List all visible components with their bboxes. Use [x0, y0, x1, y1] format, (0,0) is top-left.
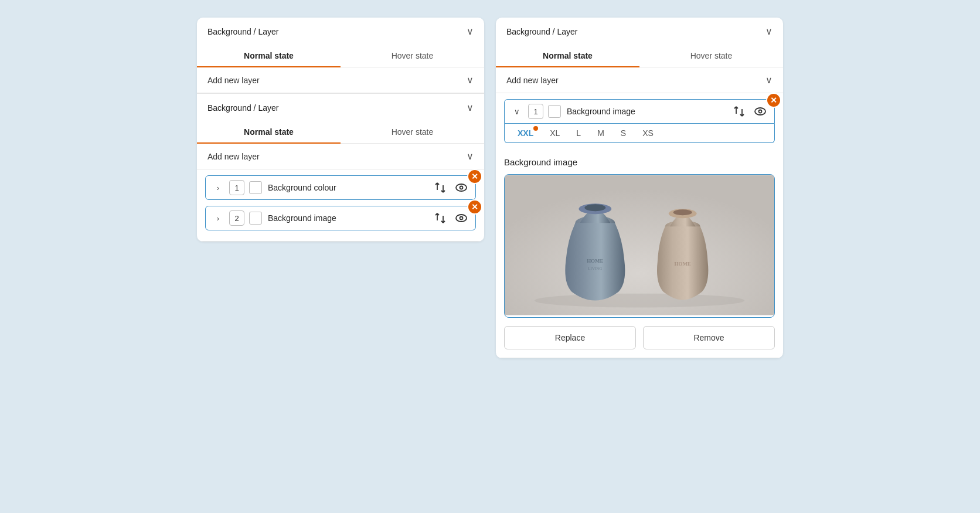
right-section-chevron-icon: ∨	[765, 26, 773, 37]
right-layer-color-swatch[interactable]	[548, 105, 561, 118]
section2-add-layer-chevron: ∨	[467, 151, 474, 162]
right-section-title: Background / Layer	[506, 27, 577, 36]
section2-add-layer[interactable]: Add new layer ∨	[197, 144, 484, 169]
layer1-label: Background colour	[268, 183, 432, 192]
right-add-layer-chevron: ∨	[765, 74, 773, 86]
layer1-swap-icon[interactable]	[432, 179, 448, 196]
right-section-header[interactable]: Background / Layer ∨	[496, 18, 783, 45]
bg-image-title: Background image	[504, 157, 775, 167]
left-section-2: Background / Layer ∨ Normal state Hover …	[197, 94, 484, 242]
section2-tabs: Normal state Hover state	[197, 121, 484, 144]
layer2-eye-icon[interactable]	[453, 210, 469, 226]
section1-tab-normal[interactable]: Normal state	[197, 45, 341, 67]
section1-title: Background / Layer	[207, 27, 278, 36]
size-tab-xs[interactable]: XS	[634, 124, 662, 142]
svg-point-15	[673, 209, 692, 215]
right-add-layer[interactable]: Add new layer ∨	[496, 67, 783, 93]
left-section-1: Background / Layer ∨ Normal state Hover …	[197, 18, 484, 94]
right-layer-icons	[731, 103, 768, 120]
section1-add-layer[interactable]: Add new layer ∨	[197, 67, 484, 93]
svg-point-1	[460, 186, 463, 189]
svg-point-10	[584, 204, 605, 211]
right-layer-chevron[interactable]: ∨	[511, 105, 523, 118]
layer2-close-button[interactable]: ✕	[467, 199, 482, 215]
section2-chevron-icon: ∨	[467, 102, 474, 113]
layer-row-1: › 1 Background colour ✕	[205, 175, 476, 200]
svg-text:HOME: HOME	[675, 261, 691, 267]
layer1-color-swatch[interactable]	[249, 181, 262, 194]
size-tab-dot	[533, 126, 538, 131]
layer2-chevron[interactable]: ›	[212, 212, 224, 225]
right-add-layer-label: Add new layer	[506, 76, 559, 85]
bg-image-container: HOME LIVING HOME	[504, 174, 775, 318]
right-tab-hover[interactable]: Hover state	[639, 45, 783, 67]
section1-add-layer-chevron: ∨	[467, 74, 474, 86]
replace-button[interactable]: Replace	[504, 326, 636, 349]
left-panel: Background / Layer ∨ Normal state Hover …	[197, 18, 484, 242]
layer2-icons	[432, 210, 469, 226]
section1-tabs: Normal state Hover state	[197, 45, 484, 67]
right-layer-row: ∨ 1 Background image ✕	[504, 99, 775, 124]
layer2-num: 2	[229, 210, 244, 226]
section1-add-layer-label: Add new layer	[207, 76, 260, 85]
right-section-tabs: Normal state Hover state	[496, 45, 783, 67]
right-tab-normal[interactable]: Normal state	[496, 45, 639, 67]
bg-image-section: Background image	[496, 149, 783, 358]
action-buttons: Replace Remove	[504, 326, 775, 349]
layer1-close-button[interactable]: ✕	[467, 169, 482, 184]
section2-title: Background / Layer	[207, 103, 278, 113]
section1-header[interactable]: Background / Layer ∨	[197, 18, 484, 45]
layer2-label: Background image	[268, 213, 432, 223]
layer1-num: 1	[229, 180, 244, 195]
svg-point-3	[460, 217, 463, 220]
svg-point-7	[535, 294, 744, 308]
size-tab-m[interactable]: M	[589, 124, 612, 142]
svg-point-5	[759, 110, 762, 113]
size-tab-l[interactable]: L	[568, 124, 589, 142]
section2-tab-normal[interactable]: Normal state	[197, 121, 341, 144]
right-layer-close-button[interactable]: ✕	[766, 93, 781, 108]
layer1-chevron[interactable]: ›	[212, 181, 224, 194]
layer-row-2: › 2 Background image ✕	[205, 206, 476, 230]
svg-text:LIVING: LIVING	[588, 266, 602, 271]
layer1-eye-icon[interactable]	[453, 179, 469, 196]
size-tab-xxl[interactable]: XXL	[509, 124, 542, 142]
right-layer-num: 1	[528, 104, 543, 119]
size-tab-s[interactable]: S	[612, 124, 634, 142]
layer2-swap-icon[interactable]	[432, 210, 448, 226]
svg-point-4	[755, 108, 765, 115]
remove-button[interactable]: Remove	[643, 326, 775, 349]
section2-tab-hover[interactable]: Hover state	[341, 121, 484, 144]
vase-image: HOME LIVING HOME	[505, 175, 774, 315]
right-layer-swap-icon[interactable]	[731, 103, 747, 120]
svg-point-2	[456, 215, 467, 222]
right-layer-label: Background image	[567, 107, 731, 116]
layer2-color-swatch[interactable]	[249, 212, 262, 225]
section1-chevron-icon: ∨	[467, 26, 474, 37]
svg-text:HOME: HOME	[587, 258, 603, 264]
section2-add-layer-label: Add new layer	[207, 152, 260, 161]
right-panel: Background / Layer ∨ Normal state Hover …	[496, 18, 783, 358]
size-tabs: XXL XL L M S XS	[504, 124, 775, 143]
layer1-icons	[432, 179, 469, 196]
svg-point-0	[456, 184, 467, 191]
right-section: Background / Layer ∨ Normal state Hover …	[496, 18, 783, 358]
section1-tab-hover[interactable]: Hover state	[341, 45, 484, 67]
section2-header[interactable]: Background / Layer ∨	[197, 94, 484, 121]
size-tab-xl[interactable]: XL	[542, 124, 568, 142]
right-layer-eye-icon[interactable]	[752, 103, 768, 120]
